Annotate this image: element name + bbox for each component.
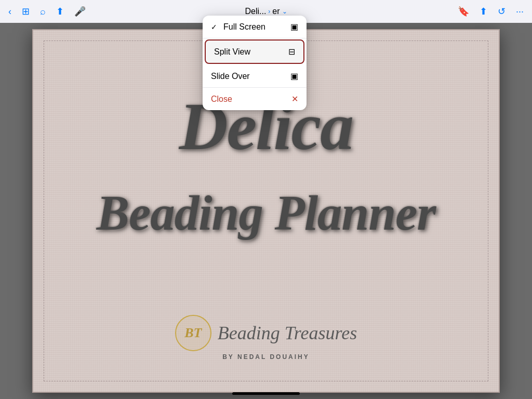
top-bar-center: Deli... › er ⌄: [245, 7, 287, 16]
bookmark-icon[interactable]: 🔖: [458, 6, 469, 17]
full-screen-left: ✓ Full Screen: [211, 22, 265, 32]
slide-over-label: Slide Over: [211, 72, 250, 81]
grid-icon[interactable]: ⊞: [22, 6, 30, 17]
split-view-icon: ⊟: [288, 47, 295, 57]
logo-brand-text: Beading Treasures: [218, 322, 357, 344]
menu-item-full-screen[interactable]: ✓ Full Screen ▣: [203, 16, 307, 38]
split-view-left: Split View: [214, 47, 250, 57]
title-chevron-icon[interactable]: ›: [268, 8, 270, 15]
share-icon[interactable]: ⬆: [56, 6, 64, 17]
top-bar-right: 🔖 ⬆ ↺ ···: [458, 6, 524, 17]
close-icon: ✕: [291, 94, 298, 104]
back-button[interactable]: ‹: [8, 6, 11, 17]
search-icon[interactable]: ⌕: [40, 6, 46, 17]
slide-over-left: Slide Over: [211, 72, 250, 81]
book-title-beading-planner: Beading Planner: [33, 186, 499, 241]
close-label: Close: [211, 95, 232, 104]
full-screen-label: Full Screen: [223, 22, 265, 32]
cloud-upload-icon[interactable]: ⬆: [480, 6, 487, 17]
logo-initials: BT: [184, 325, 202, 341]
slide-over-icon: ▣: [290, 71, 298, 81]
book-logo-row: BT Beading Treasures: [175, 315, 357, 351]
book-logo-area: BT Beading Treasures BY NEDAL DOUAIHY: [33, 315, 499, 361]
menu-item-slide-over[interactable]: Slide Over ▣: [203, 65, 307, 88]
dropdown-menu: ✓ Full Screen ▣ Split View ⊟ Slide Over …: [203, 16, 307, 110]
split-view-label: Split View: [214, 47, 250, 57]
document-title-suffix: er: [272, 7, 280, 16]
more-options-icon[interactable]: ···: [516, 6, 524, 17]
logo-subtitle: BY NEDAL DOUAIHY: [222, 353, 310, 361]
close-left: Close: [211, 95, 232, 104]
refresh-icon[interactable]: ↺: [498, 6, 506, 17]
mic-icon[interactable]: 🎤: [74, 6, 86, 17]
document-title: Deli...: [245, 7, 266, 16]
scroll-indicator: [232, 392, 300, 395]
menu-item-split-view[interactable]: Split View ⊟: [205, 39, 304, 64]
title-dropdown-icon[interactable]: ⌄: [282, 8, 287, 15]
checkmark-icon: ✓: [211, 23, 217, 31]
menu-item-close[interactable]: Close ✕: [203, 88, 307, 110]
top-bar-left: ‹ ⊞ ⌕ ⬆ 🎤: [8, 6, 86, 17]
logo-circle: BT: [175, 315, 211, 351]
full-screen-icon: ▣: [290, 22, 298, 32]
